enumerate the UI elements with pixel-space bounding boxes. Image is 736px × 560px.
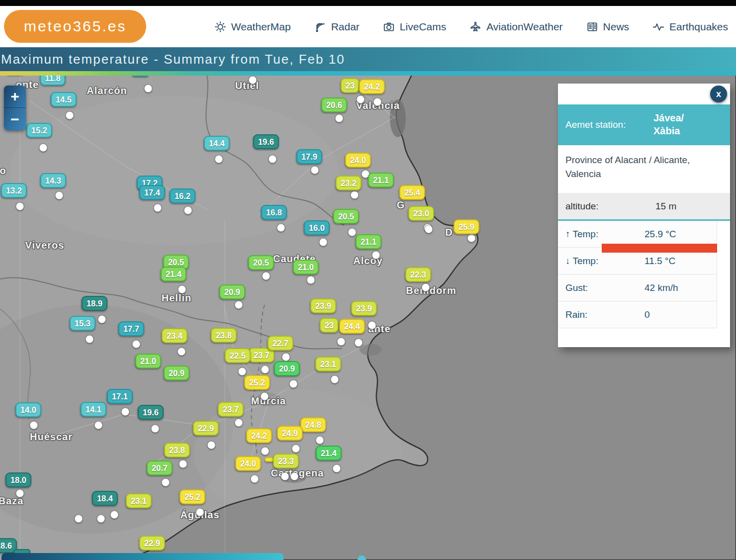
site-logo[interactable]: meteo365.es — [4, 10, 146, 43]
station-dot[interactable] — [162, 479, 170, 486]
temp-badge[interactable]: 20.9 — [274, 361, 300, 376]
temp-badge[interactable]: 22.9 — [139, 536, 165, 551]
station-dot[interactable] — [152, 425, 159, 433]
nav-aviationweather[interactable]: AviationWeather — [469, 20, 562, 33]
temp-badge[interactable]: 25.2 — [180, 489, 205, 504]
station-dot[interactable] — [97, 515, 105, 523]
temp-badge[interactable]: 25.2 — [244, 375, 270, 390]
station-dot[interactable] — [355, 339, 363, 347]
temp-badge[interactable]: 23.4 — [162, 328, 187, 343]
station-dot[interactable] — [95, 422, 102, 429]
temp-badge[interactable]: 14.5 — [51, 92, 77, 107]
temp-badge[interactable]: 18.0 — [5, 472, 31, 487]
station-dot[interactable] — [122, 408, 129, 416]
station-dot[interactable] — [338, 338, 345, 346]
temp-badge[interactable]: 18.4 — [92, 491, 118, 506]
station-dot[interactable] — [281, 473, 289, 480]
temp-badge[interactable]: 20.5 — [248, 255, 274, 270]
temp-badge[interactable]: 21.4 — [161, 267, 186, 281]
station-dot[interactable] — [16, 203, 24, 210]
temp-badge[interactable]: 19.6 — [138, 405, 164, 420]
station-dot[interactable] — [372, 252, 380, 259]
station-dot[interactable] — [425, 226, 433, 233]
station-dot[interactable] — [66, 112, 74, 119]
nav-radar[interactable]: Radar — [314, 20, 360, 33]
station-dot[interactable] — [208, 442, 215, 449]
temp-badge[interactable]: 24.2 — [246, 428, 272, 443]
nav-livecams[interactable]: LiveCams — [382, 20, 446, 33]
station-dot[interactable] — [133, 341, 140, 348]
temp-badge[interactable]: 17.4 — [139, 185, 165, 200]
temp-badge[interactable]: 23.3 — [273, 454, 299, 468]
temp-badge[interactable]: 16.0 — [304, 220, 330, 235]
temp-badge[interactable]: 23.9 — [351, 301, 377, 316]
temp-badge[interactable]: 22.3 — [405, 267, 431, 282]
temp-badge[interactable]: 24.0 — [345, 153, 371, 168]
station-dot[interactable] — [249, 77, 257, 84]
temp-badge[interactable]: 20.9 — [164, 366, 189, 380]
temp-badge[interactable]: 21.0 — [293, 260, 319, 275]
nav-weathermap[interactable]: WeatherMap — [214, 20, 291, 33]
temp-badge[interactable]: 23 — [341, 78, 360, 93]
station-dot[interactable] — [40, 144, 47, 152]
station-dot[interactable] — [349, 229, 356, 236]
station-dot[interactable] — [86, 336, 93, 343]
station-dot[interactable] — [263, 273, 270, 280]
station-dot[interactable] — [262, 366, 269, 373]
station-dot[interactable] — [154, 204, 162, 212]
temp-badge[interactable]: 17.7 — [118, 321, 144, 336]
station-dot[interactable] — [291, 473, 298, 480]
temp-badge[interactable]: 16.8 — [261, 205, 287, 220]
temp-badge[interactable]: 14.3 — [40, 173, 66, 188]
station-dot[interactable] — [56, 192, 63, 199]
station-dot[interactable] — [282, 354, 290, 361]
timeline-bar[interactable] — [1, 553, 283, 560]
temp-badge[interactable]: 17.1 — [107, 389, 133, 404]
station-dot[interactable] — [368, 322, 376, 329]
station-dot[interactable] — [307, 277, 315, 284]
temp-badge[interactable]: 24.2 — [359, 79, 385, 94]
station-dot[interactable] — [184, 207, 192, 214]
station-dot[interactable] — [215, 156, 223, 163]
station-dot[interactable] — [351, 191, 359, 199]
station-dot[interactable] — [178, 348, 185, 356]
temp-badge[interactable]: 20.6 — [321, 97, 347, 112]
station-dot[interactable] — [180, 461, 187, 468]
station-dot[interactable] — [316, 437, 324, 444]
station-dot[interactable] — [269, 156, 276, 163]
station-dot[interactable] — [311, 167, 319, 174]
station-dot[interactable] — [16, 490, 24, 497]
station-dot[interactable] — [422, 284, 430, 291]
temp-badge[interactable]: 23.8 — [164, 443, 190, 458]
temp-badge[interactable]: 20.9 — [219, 284, 245, 299]
temp-badge[interactable]: 23.2 — [336, 176, 362, 190]
temp-badge[interactable]: 20.7 — [147, 461, 173, 475]
station-dot[interactable] — [374, 98, 381, 106]
zoom-out-button[interactable]: − — [4, 108, 26, 130]
station-dot[interactable] — [98, 316, 106, 323]
station-dot[interactable] — [262, 448, 269, 455]
station-dot[interactable] — [290, 380, 297, 388]
station-dot[interactable] — [292, 445, 300, 453]
station-dot[interactable] — [145, 85, 152, 93]
temp-badge[interactable]: 24.9 — [277, 426, 303, 441]
station-dot[interactable] — [111, 511, 118, 519]
temp-badge[interactable]: 23.1 — [126, 493, 152, 508]
station-dot[interactable] — [331, 376, 339, 383]
temp-badge[interactable]: 23.0 — [408, 206, 434, 221]
temp-badge[interactable]: 13.2 — [1, 183, 27, 198]
station-dot[interactable] — [333, 465, 341, 472]
temp-badge[interactable]: 14.0 — [15, 402, 41, 417]
temp-badge[interactable]: 23.1 — [315, 357, 341, 372]
temp-badge[interactable]: 22.5 — [225, 348, 251, 363]
station-dot[interactable] — [239, 368, 246, 375]
temp-badge[interactable]: 22.7 — [268, 336, 293, 351]
temp-badge[interactable]: 23.9 — [310, 298, 336, 313]
station-dot[interactable] — [336, 115, 343, 122]
temp-badge[interactable]: 21.0 — [135, 354, 161, 369]
station-dot[interactable] — [251, 475, 259, 483]
temp-badge[interactable]: 23 — [320, 318, 339, 333]
station-dot[interactable] — [261, 393, 269, 400]
temp-badge[interactable]: 15.2 — [26, 123, 52, 138]
map-canvas[interactable]: onteAlarcónUtielValenciaoViverosCaudeteA… — [0, 71, 736, 560]
